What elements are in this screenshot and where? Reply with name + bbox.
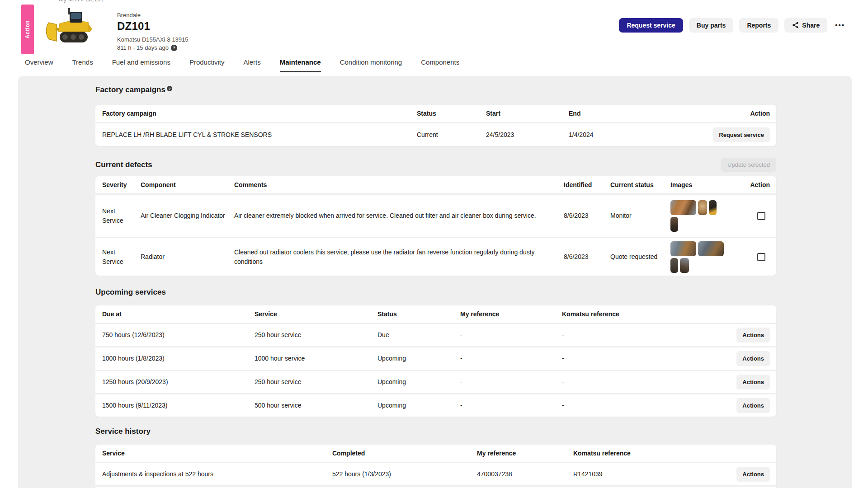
campaign-name: REPLACE LH /RH BLADE LIFT CYL & STROKE S… [95,130,417,139]
table-row: 1000 hours (1/8/2023) 1000 hour service … [95,346,776,370]
action-side-tab-label: Action [24,20,31,38]
campaign-status: Current [417,130,486,139]
defect-component: Radiator [141,252,234,261]
breadcrumb[interactable]: My fleet > DZ101 [59,0,104,3]
request-service-row-button[interactable]: Request service [713,127,770,142]
col-severity: Severity [95,180,141,189]
table-row: REPLACE LH /RH BLADE LIFT CYL & STROKE S… [95,122,776,146]
col-completed: Completed [332,449,477,458]
service-status: Upcoming [377,401,460,410]
current-defects-title: Current defects [95,160,152,169]
actions-button[interactable]: Actions [736,467,770,482]
service-name: 250 hour service [255,377,377,386]
table-row: Adjustments & inspections at 522 hours 5… [95,462,776,485]
tab-alerts[interactable]: Alerts [243,58,260,72]
actions-button[interactable]: Actions [736,398,770,413]
factory-campaigns-title-text: Factory campaigns [95,85,165,94]
help-icon[interactable]: ? [171,45,177,51]
current-defects-table-header: Severity Component Comments Identified C… [95,176,776,193]
machine-info: Brendale DZ101 Komatsu D155AXi-8 13915 8… [117,12,189,51]
service-due-at: 1500 hours (9/11/2023) [95,401,255,410]
service-my-reference: - [460,354,562,363]
defect-identified: 8/6/2023 [564,211,610,220]
col-factory-campaign: Factory campaign [95,109,417,118]
buy-parts-button[interactable]: Buy parts [689,18,734,33]
service-history-title: Service history [95,427,151,436]
defect-status: Quote requested [610,252,670,261]
col-images: Images [670,180,740,189]
col-my-reference: My reference [477,449,573,458]
action-side-tab[interactable]: Action [21,5,34,54]
service-due-at: 1000 hours (1/8/2023) [95,354,255,363]
tab-bar: Overview Trends Fuel and emissions Produ… [25,58,459,72]
defect-severity: Next Service [95,206,141,225]
actions-button[interactable]: Actions [736,375,770,389]
service-name: 1000 hour service [255,354,377,363]
tab-components[interactable]: Components [421,58,459,72]
defect-severity: Next Service [95,248,141,266]
update-selected-button[interactable]: Update selected [721,158,776,172]
actions-button[interactable]: Actions [736,328,770,343]
defect-images [670,239,740,276]
upcoming-services-title: Upcoming services [95,288,166,297]
col-action: Action [704,109,776,118]
share-icon [792,22,799,28]
request-service-button[interactable]: Request service [619,18,683,33]
service-name: 500 hour service [255,401,377,410]
table-row: Next Service Radiator Cleaned out radiat… [95,237,776,276]
info-icon[interactable]: ? [167,86,172,91]
col-start: Start [486,109,569,118]
defect-image-thumbnail[interactable] [670,200,696,215]
tab-maintenance[interactable]: Maintenance [280,58,321,72]
service-my-reference: - [460,401,562,410]
defect-comments: Air cleaner extremely blocked when arriv… [234,211,564,220]
factory-campaigns-title: Factory campaigns ? [95,85,172,94]
service-history-table: Service Completed My reference Komatsu r… [95,445,776,488]
service-komatsu-reference: - [562,354,698,363]
service-due-at: 1250 hours (20/9/2023) [95,377,255,386]
defect-image-thumbnail[interactable] [709,200,717,215]
service-history-header: Service history [95,425,776,438]
machine-hours: 811 h - 15 days ago ? [117,44,189,51]
campaign-start: 24/5/2023 [486,130,569,139]
defect-image-thumbnail[interactable] [670,241,696,256]
defect-comments: Cleaned out radiator coolers this servic… [234,248,564,266]
more-menu-button[interactable]: ••• [833,19,847,32]
defect-checkbox[interactable] [757,253,765,261]
defect-image-thumbnail[interactable] [670,258,678,273]
defect-image-thumbnail[interactable] [670,217,678,232]
factory-campaigns-header: Factory campaigns ? [95,83,776,97]
campaign-end: 1/4/2024 [569,130,704,139]
service-due-at: 750 hours (12/6/2023) [95,330,255,339]
factory-campaigns-table: Factory campaign Status Start End Action… [95,105,776,146]
history-completed: 522 hours (1/3/2023) [332,469,477,479]
machine-hours-text: 811 h - 15 days ago [117,44,169,51]
tab-overview[interactable]: Overview [25,58,53,72]
col-my-reference: My reference [460,310,562,319]
upcoming-services-table-header: Due at Service Status My reference Komat… [95,305,776,323]
col-komatsu-reference: Komatsu reference [562,310,698,319]
defect-images [670,197,740,235]
col-komatsu-reference: Komatsu reference [573,449,698,458]
col-component: Component [141,180,234,189]
col-identified: Identified [564,180,610,189]
reports-button[interactable]: Reports [739,18,778,33]
tab-productivity[interactable]: Productivity [189,58,225,72]
history-service: Adjustments & inspections at 522 hours [95,469,332,479]
history-komatsu-reference: R1421039 [573,469,698,479]
header-actions: Request service Buy parts Reports Share … [619,18,847,33]
page: My fleet > DZ101 Action Brendale DZ101 K… [0,0,868,488]
tab-trends[interactable]: Trends [72,58,93,72]
col-service: Service [255,310,377,319]
defect-image-thumbnail[interactable] [698,200,707,215]
tab-fuel-and-emissions[interactable]: Fuel and emissions [112,58,170,72]
defect-image-thumbnail[interactable] [680,258,689,273]
defect-checkbox[interactable] [757,212,765,220]
share-button[interactable]: Share [784,18,827,33]
table-row: 1500 hours (9/11/2023) 500 hour service … [95,393,776,417]
actions-button[interactable]: Actions [736,351,770,366]
upcoming-services-table: Due at Service Status My reference Komat… [95,305,776,417]
defect-image-thumbnail[interactable] [698,241,724,256]
tab-condition-monitoring[interactable]: Condition monitoring [340,58,402,72]
service-my-reference: - [460,377,562,386]
